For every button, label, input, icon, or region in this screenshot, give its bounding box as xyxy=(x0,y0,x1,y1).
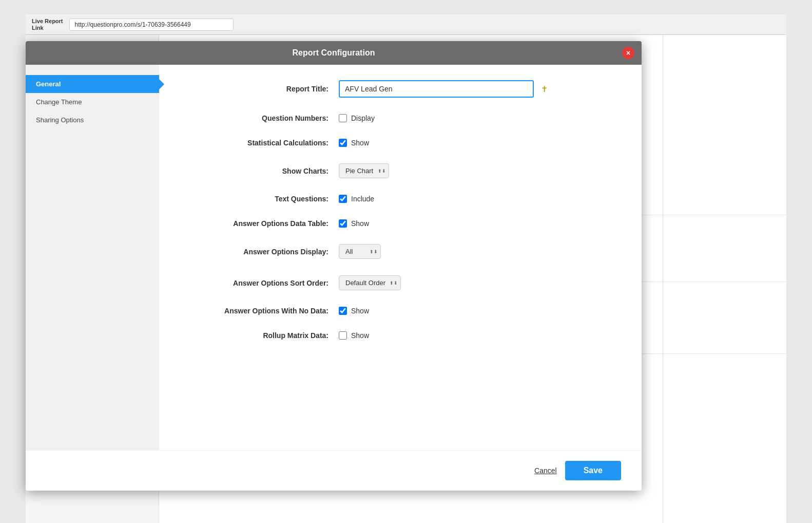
report-title-input[interactable] xyxy=(339,80,534,98)
sidebar-item-change-theme[interactable]: Change Theme xyxy=(26,93,159,111)
modal-sidebar: General Change Theme Sharing Options xyxy=(26,65,159,450)
show-charts-label: Show Charts: xyxy=(185,167,339,175)
question-numbers-control: Display xyxy=(339,114,375,122)
question-numbers-row: Question Numbers: Display xyxy=(185,114,616,122)
statistical-calc-control: Show xyxy=(339,139,369,147)
modal-close-button[interactable]: × xyxy=(622,47,634,59)
browser-label-line2: Link xyxy=(32,25,63,31)
browser-label-line1: Live Report xyxy=(32,18,63,24)
browser-url-bar[interactable]: http://questionpro.com/s/1-70639-3566449 xyxy=(69,18,234,31)
text-questions-checkbox[interactable] xyxy=(339,195,347,203)
rollup-matrix-label: Rollup Matrix Data: xyxy=(185,331,339,340)
sidebar-item-sharing-options[interactable]: Sharing Options xyxy=(26,111,159,129)
report-title-icon: ✝ xyxy=(541,84,548,94)
sidebar-item-general[interactable]: General xyxy=(26,75,159,93)
cancel-button[interactable]: Cancel xyxy=(534,466,557,475)
rollup-matrix-checkbox[interactable] xyxy=(339,331,347,340)
rollup-matrix-control: Show xyxy=(339,331,369,340)
modal-form-content: Report Title: ✝ Question Numbers: Displa… xyxy=(159,65,642,450)
answer-options-display-label: Answer Options Display: xyxy=(185,248,339,256)
modal-footer: Cancel Save xyxy=(26,450,642,491)
answer-options-no-data-checkbox-label: Show xyxy=(351,307,369,315)
answer-options-sort-order-select-container: Default Order Ascending Descending xyxy=(339,275,401,290)
answer-options-data-table-label: Answer Options Data Table: xyxy=(185,219,339,228)
report-title-row: Report Title: ✝ xyxy=(185,80,616,98)
answer-options-no-data-control: Show xyxy=(339,307,369,315)
question-numbers-checkbox[interactable] xyxy=(339,114,347,122)
answer-options-data-table-checkbox-label: Show xyxy=(351,219,369,228)
answer-options-no-data-row: Answer Options With No Data: Show xyxy=(185,307,616,315)
statistical-calc-checkbox-label: Show xyxy=(351,139,369,147)
report-title-control: ✝ xyxy=(339,80,548,98)
show-charts-select-container: Pie Chart Bar Chart None xyxy=(339,163,389,178)
answer-options-data-table-checkbox[interactable] xyxy=(339,219,347,228)
report-title-label: Report Title: xyxy=(185,85,339,93)
answer-options-sort-order-select[interactable]: Default Order Ascending Descending xyxy=(339,275,401,290)
answer-options-data-table-control: Show xyxy=(339,219,369,228)
answer-options-no-data-checkbox[interactable] xyxy=(339,307,347,315)
show-charts-row: Show Charts: Pie Chart Bar Chart None xyxy=(185,163,616,178)
answer-options-data-table-row: Answer Options Data Table: Show xyxy=(185,219,616,228)
rollup-matrix-checkbox-label: Show xyxy=(351,331,369,340)
modal-title: Report Configuration xyxy=(293,48,375,58)
question-numbers-checkbox-wrap: Display xyxy=(339,114,375,122)
answer-options-sort-order-label: Answer Options Sort Order: xyxy=(185,279,339,287)
modal-body: General Change Theme Sharing Options Rep… xyxy=(26,65,642,450)
show-charts-control: Pie Chart Bar Chart None xyxy=(339,163,389,178)
answer-options-data-table-checkbox-wrap: Show xyxy=(339,219,369,228)
statistical-calc-row: Statistical Calculations: Show xyxy=(185,139,616,147)
answer-options-display-control: All Top 5 Top 10 xyxy=(339,244,381,259)
answer-options-display-select[interactable]: All Top 5 Top 10 xyxy=(339,244,381,259)
answer-options-display-row: Answer Options Display: All Top 5 Top 10 xyxy=(185,244,616,259)
text-questions-row: Text Questions: Include xyxy=(185,195,616,203)
save-button[interactable]: Save xyxy=(565,461,621,480)
modal-header: Report Configuration × xyxy=(26,41,642,65)
rollup-matrix-checkbox-wrap: Show xyxy=(339,331,369,340)
report-configuration-modal: Report Configuration × General Change Th… xyxy=(26,41,642,491)
answer-options-no-data-label: Answer Options With No Data: xyxy=(185,307,339,315)
answer-options-sort-order-row: Answer Options Sort Order: Default Order… xyxy=(185,275,616,290)
answer-options-no-data-checkbox-wrap: Show xyxy=(339,307,369,315)
text-questions-checkbox-label: Include xyxy=(351,195,374,203)
rollup-matrix-row: Rollup Matrix Data: Show xyxy=(185,331,616,340)
browser-bar: Live Report Link http://questionpro.com/… xyxy=(26,14,786,35)
text-questions-control: Include xyxy=(339,195,374,203)
show-charts-select[interactable]: Pie Chart Bar Chart None xyxy=(339,163,389,178)
text-questions-checkbox-wrap: Include xyxy=(339,195,374,203)
question-numbers-label: Question Numbers: xyxy=(185,114,339,122)
statistical-calc-checkbox[interactable] xyxy=(339,139,347,147)
statistical-calc-label: Statistical Calculations: xyxy=(185,139,339,147)
answer-options-sort-order-control: Default Order Ascending Descending xyxy=(339,275,401,290)
answer-options-display-select-container: All Top 5 Top 10 xyxy=(339,244,381,259)
question-numbers-checkbox-label: Display xyxy=(351,114,375,122)
statistical-calc-checkbox-wrap: Show xyxy=(339,139,369,147)
text-questions-label: Text Questions: xyxy=(185,195,339,203)
